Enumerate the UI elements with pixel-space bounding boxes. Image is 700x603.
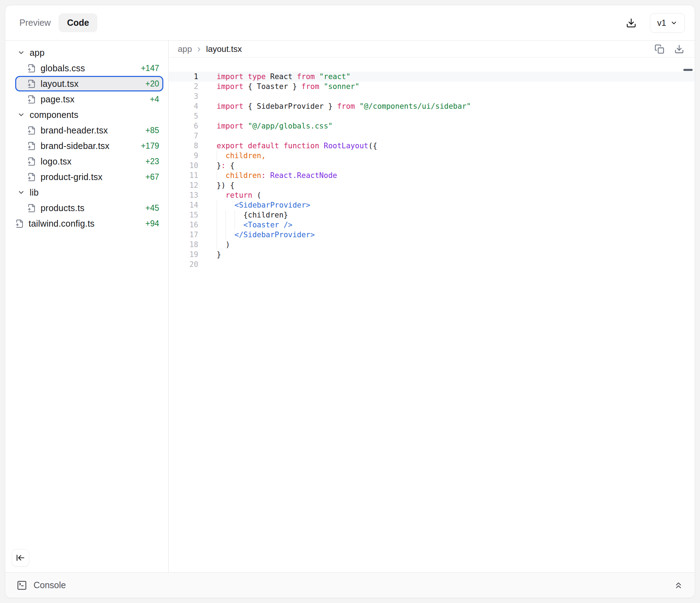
code-line: 2import { Toaster } from "sonner" bbox=[169, 82, 695, 91]
line-number: 6 bbox=[169, 121, 198, 131]
file-row-layout-tsx[interactable]: layout.tsx+20 bbox=[15, 76, 163, 91]
chevron-right-icon bbox=[195, 46, 203, 53]
line-number: 15 bbox=[169, 210, 198, 220]
code-viewer-window: Preview Code v1 appglobals.css+147layout… bbox=[5, 5, 695, 598]
line-number: 18 bbox=[169, 240, 198, 250]
line-content: </SidebarProvider> bbox=[198, 230, 315, 240]
code-line: 4import { SidebarProvider } from "@/comp… bbox=[169, 101, 695, 111]
code-line: 14 <SidebarProvider> bbox=[169, 200, 695, 210]
download-project-button[interactable] bbox=[625, 17, 637, 29]
scrollbar-change-marker bbox=[683, 69, 693, 71]
file-row-product-grid-tsx[interactable]: product-grid.tsx+67 bbox=[15, 169, 163, 185]
line-content: } bbox=[198, 250, 221, 259]
breadcrumb-folder[interactable]: app bbox=[178, 44, 192, 54]
folder-row-components[interactable]: components bbox=[15, 107, 163, 123]
file-row-brand-sidebar-tsx[interactable]: brand-sidebar.tsx+179 bbox=[15, 138, 163, 154]
file-row-brand-header-tsx[interactable]: brand-header.tsx+85 bbox=[15, 123, 163, 138]
line-number: 14 bbox=[169, 200, 198, 210]
collapse-sidebar-button[interactable] bbox=[12, 549, 29, 567]
code-panel: app layout.tsx bbox=[169, 41, 695, 572]
code-line: 18 ) bbox=[169, 240, 695, 250]
line-content: import type React from "react" bbox=[198, 72, 350, 82]
chevron-down-icon bbox=[17, 111, 25, 119]
square-terminal-icon bbox=[17, 580, 27, 591]
line-content: {children} bbox=[198, 210, 288, 220]
file-row-products-ts[interactable]: products.ts+45 bbox=[15, 200, 163, 216]
download-icon bbox=[674, 44, 684, 54]
file-plus-icon bbox=[27, 64, 36, 73]
tab-code[interactable]: Code bbox=[59, 13, 98, 32]
file-row-tailwind-config-ts[interactable]: tailwind.config.ts+94 bbox=[15, 216, 163, 231]
code-line: 1import type React from "react" bbox=[169, 72, 695, 82]
line-content: <Toaster /> bbox=[198, 220, 292, 230]
download-file-button[interactable] bbox=[674, 44, 684, 54]
copy-code-button[interactable] bbox=[654, 44, 664, 54]
file-plus-icon bbox=[27, 126, 36, 135]
line-number: 5 bbox=[169, 111, 198, 121]
code-actions bbox=[654, 44, 684, 54]
line-content: <SidebarProvider> bbox=[198, 200, 310, 210]
folder-row-lib[interactable]: lib bbox=[15, 185, 163, 200]
line-number: 12 bbox=[169, 180, 198, 190]
line-number: 17 bbox=[169, 230, 198, 240]
code-line: 5 bbox=[169, 111, 695, 121]
code-line: 19} bbox=[169, 250, 695, 259]
line-number: 4 bbox=[169, 101, 198, 111]
line-content bbox=[198, 259, 217, 269]
file-name: product-grid.tsx bbox=[41, 172, 143, 182]
code-line: 7 bbox=[169, 131, 695, 141]
added-lines-badge: +20 bbox=[145, 79, 159, 89]
file-plus-icon bbox=[27, 157, 36, 166]
line-number: 9 bbox=[169, 151, 198, 161]
file-plus-icon bbox=[27, 79, 36, 88]
code-editor[interactable]: 1import type React from "react"2import {… bbox=[169, 58, 695, 572]
file-name: tailwind.config.ts bbox=[29, 219, 143, 229]
line-content: return ( bbox=[198, 190, 261, 200]
line-content: }) { bbox=[198, 180, 235, 190]
console-bar[interactable]: Console bbox=[5, 572, 695, 598]
line-content: import "@/app/globals.css" bbox=[198, 121, 333, 131]
file-name: page.tsx bbox=[41, 94, 147, 105]
console-label: Console bbox=[34, 580, 66, 590]
file-row-logo-tsx[interactable]: logo.tsx+23 bbox=[15, 154, 163, 169]
folder-name: app bbox=[30, 48, 159, 58]
file-tree: appglobals.css+147layout.tsx+20page.tsx+… bbox=[15, 45, 163, 231]
expand-console-button[interactable] bbox=[674, 580, 683, 590]
line-number: 20 bbox=[169, 259, 198, 269]
code-line: 11 children: React.ReactNode bbox=[169, 171, 695, 180]
line-number: 10 bbox=[169, 161, 198, 171]
file-plus-icon bbox=[27, 173, 36, 181]
file-name: brand-sidebar.tsx bbox=[41, 141, 138, 151]
line-content bbox=[198, 111, 217, 121]
tab-preview[interactable]: Preview bbox=[14, 13, 56, 32]
file-plus-icon bbox=[27, 204, 36, 213]
added-lines-badge: +4 bbox=[150, 95, 159, 104]
file-tree-sidebar: appglobals.css+147layout.tsx+20page.tsx+… bbox=[5, 41, 169, 572]
added-lines-badge: +23 bbox=[145, 157, 159, 166]
code-line: 20 bbox=[169, 259, 695, 269]
code-line: 17 </SidebarProvider> bbox=[169, 230, 695, 240]
file-row-page-tsx[interactable]: page.tsx+4 bbox=[15, 91, 163, 107]
chevron-down-icon bbox=[17, 49, 25, 56]
folder-name: lib bbox=[30, 187, 159, 198]
topbar-actions: v1 bbox=[625, 13, 685, 33]
code-line: 6import "@/app/globals.css" bbox=[169, 121, 695, 131]
folder-row-app[interactable]: app bbox=[15, 45, 163, 60]
code-line: 9 children, bbox=[169, 151, 695, 161]
version-selector[interactable]: v1 bbox=[650, 13, 685, 33]
file-name: globals.css bbox=[41, 63, 138, 73]
version-label: v1 bbox=[657, 18, 666, 28]
line-number: 2 bbox=[169, 82, 198, 91]
line-content: children: React.ReactNode bbox=[198, 171, 337, 180]
line-number: 3 bbox=[169, 91, 198, 101]
code-lines: 1import type React from "react"2import {… bbox=[169, 72, 695, 269]
file-plus-icon bbox=[27, 142, 36, 150]
line-number: 7 bbox=[169, 131, 198, 141]
line-number: 19 bbox=[169, 250, 198, 259]
line-content: import { SidebarProvider } from "@/compo… bbox=[198, 101, 471, 111]
file-name: products.ts bbox=[41, 203, 143, 213]
file-row-globals-css[interactable]: globals.css+147 bbox=[15, 60, 163, 76]
file-name: layout.tsx bbox=[41, 79, 143, 89]
code-header: app layout.tsx bbox=[169, 41, 695, 58]
chevrons-up-icon bbox=[674, 580, 683, 590]
